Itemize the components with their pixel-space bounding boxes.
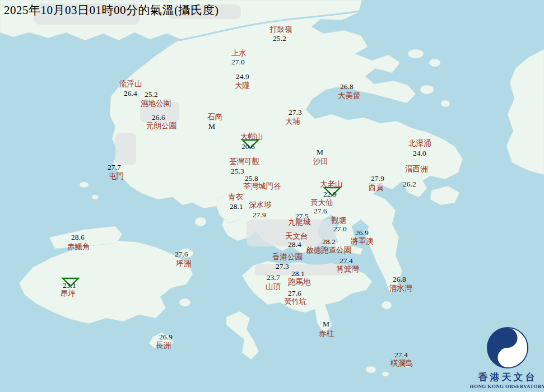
station-temperature: M <box>323 320 329 328</box>
station-name: 山頂 <box>266 283 281 291</box>
station-temperature: 27.4 <box>340 257 353 265</box>
station-temperature: 28.1 <box>230 203 243 211</box>
station-temperature: 28.2 <box>322 238 336 246</box>
station-name: 沙田 <box>313 158 328 166</box>
station-temperature: 27.6 <box>314 207 327 215</box>
station-name: 黃竹坑 <box>284 298 307 306</box>
station-name: 上水 <box>231 49 247 57</box>
station-temperature: 25.2 <box>145 91 158 99</box>
station-temperature: 22.9 <box>323 190 337 198</box>
station-temperature: 24.9 <box>236 73 249 81</box>
station-temperature: M <box>317 148 323 156</box>
station-temperature: 25.3 <box>231 167 244 175</box>
station-temperature: 26.8 <box>340 83 354 91</box>
hko-logo-name-zh: 香港天文台 <box>464 371 544 384</box>
station-name: 大隴 <box>235 82 250 90</box>
station-temperature: 27.3 <box>276 263 289 270</box>
station-name: 黃大仙 <box>310 199 333 207</box>
station-temperature: 28.4 <box>288 241 301 249</box>
station-temperature: 28.6 <box>71 234 85 241</box>
station-temperature: 28.1 <box>291 270 305 278</box>
stations-layer: 25.2打鼓嶺27.0上水24.9大隴26.4流浮山25.2濕地公園26.8大美… <box>0 0 544 392</box>
station-name: 昂坪 <box>61 290 76 298</box>
station-name: 大老山 <box>320 180 343 188</box>
station-temperature: 25.8 <box>245 175 258 183</box>
station-name: 大美督 <box>338 92 361 100</box>
station-temperature: 26.9 <box>159 333 173 341</box>
station-name: 青衣 <box>228 193 243 201</box>
station-name: 赤柱 <box>319 330 334 338</box>
station-temperature: 26.9 <box>355 229 369 237</box>
station-name: 啟德跑道公園 <box>306 246 351 254</box>
station-temperature: 23.7 <box>267 274 280 282</box>
station-name: 天文台 <box>285 232 308 240</box>
station-name: 清水灣 <box>389 284 412 292</box>
station-name: 大帽山 <box>240 133 263 141</box>
station-temperature: 26.8 <box>393 276 406 283</box>
station-name: 滘西洲 <box>405 165 428 173</box>
station-name: 屯門 <box>109 172 124 180</box>
station-temperature: 27.9 <box>253 211 266 219</box>
station-name: 筲箕灣 <box>336 265 359 273</box>
station-temperature: 27.0 <box>333 225 347 233</box>
station-temperature: 27.3 <box>289 109 302 116</box>
station-name: 將軍澳 <box>351 237 374 245</box>
station-temperature: 26.6 <box>152 114 165 122</box>
hko-logo: 香港天文台 HONG KONG OBSERVATORY <box>464 326 544 389</box>
station-name: 元朗公園 <box>146 122 176 130</box>
station-temperature: M <box>208 123 215 130</box>
station-temperature: 27.6 <box>288 290 301 297</box>
station-name: 荃灣可觀 <box>229 158 259 166</box>
station-name: 大埔 <box>285 118 300 125</box>
station-name: 荃灣城門谷 <box>243 183 281 190</box>
station-name: 長洲 <box>156 342 171 349</box>
station-name: 橫瀾島 <box>390 360 413 367</box>
hko-logo-name-en: HONG KONG OBSERVATORY <box>464 384 544 389</box>
station-name: 石崗 <box>207 113 222 121</box>
station-name: 流浮山 <box>119 80 142 88</box>
station-name: 北潭涌 <box>408 139 431 147</box>
station-temperature: 25.2 <box>273 35 286 43</box>
station-temperature: 20.6 <box>241 143 255 151</box>
station-name: 濕地公園 <box>141 100 171 108</box>
station-name: 打鼓嶺 <box>269 26 292 34</box>
station-temperature: 26.4 <box>124 90 137 97</box>
station-temperature: 27.0 <box>231 58 245 66</box>
station-temperature: 23.1 <box>63 282 76 290</box>
station-temperature: 26.2 <box>403 180 416 188</box>
station-name: 坪洲 <box>176 260 191 268</box>
station-name: 跑馬地 <box>288 278 311 286</box>
station-name: 西貢 <box>369 184 384 192</box>
station-name: 香港公園 <box>272 253 303 261</box>
station-name: 深水埗 <box>249 201 272 209</box>
temperature-map-page: 2025年10月03日01時00分的氣溫(攝氏度) 25.2打鼓嶺27.0上水2… <box>0 0 544 392</box>
station-temperature: 24.0 <box>413 150 426 157</box>
station-temperature: 27.4 <box>394 351 408 359</box>
station-name: 九龍城 <box>288 218 311 226</box>
station-temperature: 27.9 <box>371 175 384 183</box>
station-name: 赤鱲角 <box>67 243 90 251</box>
station-temperature: 27.7 <box>108 164 121 171</box>
station-name: 觀塘 <box>331 217 346 225</box>
hko-logo-icon <box>486 326 529 370</box>
station-temperature: 27.6 <box>175 250 188 258</box>
